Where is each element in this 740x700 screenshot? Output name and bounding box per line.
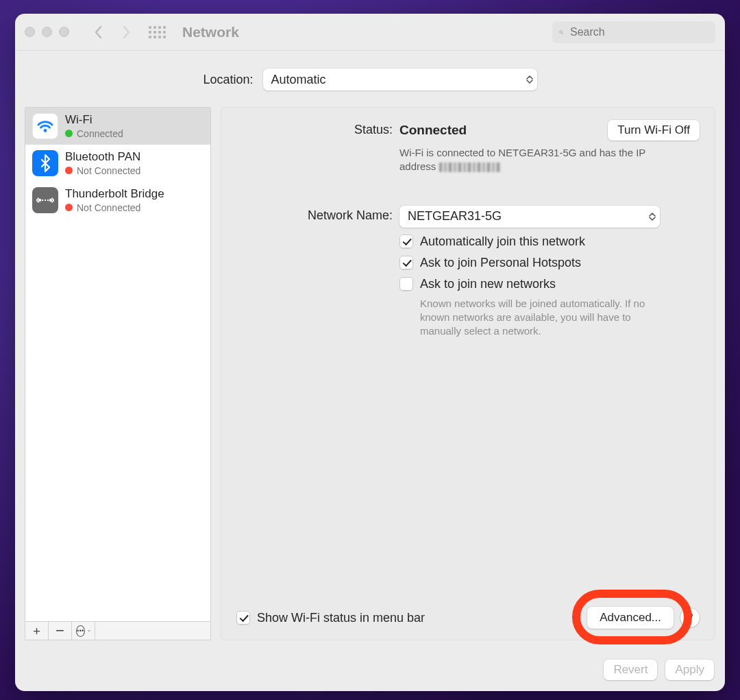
auto-join-checkbox[interactable] xyxy=(399,234,413,248)
network-name-label: Network Name: xyxy=(236,206,399,223)
svg-point-4 xyxy=(49,199,52,202)
service-name: Thunderbolt Bridge xyxy=(65,187,164,201)
svg-point-3 xyxy=(38,199,41,202)
location-value: Automatic xyxy=(271,73,326,87)
status-label: Status: xyxy=(236,120,399,137)
service-list-toolbar: + − ••• xyxy=(25,621,211,640)
chevron-down-icon xyxy=(88,629,90,633)
wifi-icon xyxy=(32,113,58,139)
network-name-value: NETGEAR31-5G xyxy=(408,209,502,224)
service-item-bluetooth-pan[interactable]: Bluetooth PAN Not Connected xyxy=(25,145,210,182)
toggle-wifi-button[interactable]: Turn Wi-Fi Off xyxy=(608,120,700,141)
chevron-right-icon xyxy=(122,25,130,39)
thunderbolt-bridge-icon xyxy=(32,187,58,213)
svg-line-1 xyxy=(562,33,563,34)
window-title: Network xyxy=(182,24,239,40)
chevron-updown-icon xyxy=(649,213,656,221)
service-item-thunderbolt-bridge[interactable]: Thunderbolt Bridge Not Connected xyxy=(25,182,210,219)
help-icon: ? xyxy=(687,611,693,625)
auto-join-label: Automatically join this network xyxy=(420,234,585,249)
search-icon xyxy=(559,27,563,38)
service-status: Not Connected xyxy=(65,165,140,176)
ask-hotspot-checkbox[interactable] xyxy=(399,256,413,269)
status-description: Wi-Fi is connected to NETGEAR31-5G and h… xyxy=(399,146,660,174)
status-dot-icon xyxy=(65,130,73,137)
menubar-status-label: Show Wi-Fi status in menu bar xyxy=(257,611,425,625)
service-name: Bluetooth PAN xyxy=(65,150,140,164)
advanced-button[interactable]: Advanced... xyxy=(587,607,674,629)
content: Wi-Fi Connected Bluetooth PAN xyxy=(15,107,725,650)
detail-bottom-row: Show Wi-Fi status in menu bar Advanced..… xyxy=(236,607,700,629)
close-window-button[interactable] xyxy=(25,27,35,37)
zoom-window-button[interactable] xyxy=(59,27,69,37)
service-item-wifi[interactable]: Wi-Fi Connected xyxy=(25,108,210,145)
footer: Revert Apply xyxy=(15,650,725,691)
service-list[interactable]: Wi-Fi Connected Bluetooth PAN xyxy=(25,107,211,621)
window-controls xyxy=(25,27,69,37)
revert-button[interactable]: Revert xyxy=(604,660,657,680)
ask-new-checkbox[interactable] xyxy=(399,277,413,291)
minus-icon: − xyxy=(56,623,64,638)
location-label: Location: xyxy=(203,73,253,87)
status-dot-icon xyxy=(65,204,73,211)
status-value: Connected xyxy=(399,123,467,138)
service-name: Wi-Fi xyxy=(65,113,123,127)
bluetooth-icon xyxy=(32,150,58,176)
service-actions-button[interactable]: ••• xyxy=(72,622,95,640)
search-field[interactable] xyxy=(552,21,715,43)
sidebar-wrap: Wi-Fi Connected Bluetooth PAN xyxy=(25,107,211,640)
detail-pane: Status: Connected Turn Wi-Fi Off Wi-Fi i… xyxy=(221,107,715,640)
menubar-status-checkbox[interactable] xyxy=(236,611,250,625)
svg-point-2 xyxy=(44,129,47,132)
status-dot-icon xyxy=(65,167,73,174)
remove-service-button[interactable]: − xyxy=(49,622,72,640)
ask-new-label: Ask to join new networks xyxy=(420,277,556,291)
service-status: Connected xyxy=(65,128,123,139)
ask-hotspot-label: Ask to join Personal Hotspots xyxy=(420,256,581,270)
ip-address-redacted xyxy=(439,162,501,172)
search-input[interactable] xyxy=(569,25,708,39)
chevron-updown-icon xyxy=(526,75,533,84)
back-button[interactable] xyxy=(88,21,109,44)
add-service-button[interactable]: + xyxy=(25,622,49,640)
ellipsis-circle-icon: ••• xyxy=(76,625,85,637)
minimize-window-button[interactable] xyxy=(42,27,52,37)
network-name-select[interactable]: NETGEAR31-5G xyxy=(399,206,660,228)
location-select[interactable]: Automatic xyxy=(263,69,537,90)
forward-button[interactable] xyxy=(116,21,136,44)
system-preferences-window: Network Location: Automatic xyxy=(15,14,725,691)
plus-icon: + xyxy=(33,625,40,638)
service-status: Not Connected xyxy=(65,202,164,213)
titlebar: Network xyxy=(15,14,725,51)
location-row: Location: Automatic xyxy=(15,51,725,107)
show-all-preferences-button[interactable] xyxy=(149,26,166,38)
ask-new-help-text: Known networks will be joined automatica… xyxy=(420,297,667,339)
apply-button[interactable]: Apply xyxy=(665,660,714,680)
chevron-left-icon xyxy=(95,25,103,39)
help-button[interactable]: ? xyxy=(680,608,700,627)
